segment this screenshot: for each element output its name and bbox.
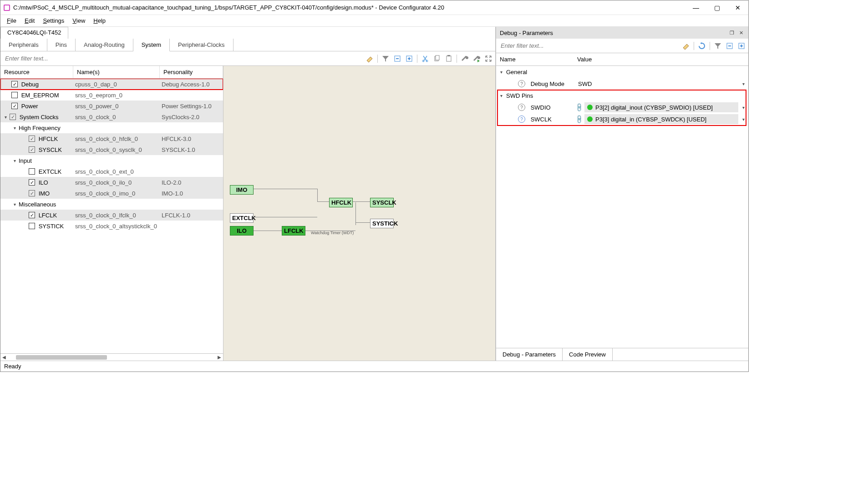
block-sysclk[interactable]: SYSCLK [370,198,394,207]
menu-settings[interactable]: Settings [39,16,68,25]
block-ilo[interactable]: ILO [230,226,254,236]
checkbox-icon[interactable] [29,212,35,218]
right-filter-input[interactable] [498,40,679,51]
minimize-button[interactable]: ― [685,0,706,15]
tree-row-miscellaneous[interactable]: ▾Miscellaneous [0,199,223,210]
tree-row-lfclk[interactable]: LFCLK srss_0_clock_0_lfclk_0 LFCLK-1.0 [0,210,223,221]
clock-diagram-canvas[interactable]: IMO HFCLK SYSCLK EXTCLK ILO LFCLK SYSTIC… [223,66,495,361]
svg-rect-11 [447,56,451,61]
tree-row-hfclk[interactable]: HFCLK srss_0_clock_0_hfclk_0 HFCLK-3.0 [0,133,223,144]
block-extclk[interactable]: EXTCLK [230,213,254,223]
menu-file[interactable]: File [3,16,20,25]
tree-row-system-clocks[interactable]: ▾ System Clocks srss_0_clock_0 SysClocks… [0,111,223,122]
swclk-value-field[interactable]: P3[3] digital_in (CYBSP_SWDCK) [USED] [584,114,738,124]
tree-row-systick[interactable]: SYSTICK srss_0_clock_0_altsystickclk_0 [0,221,223,231]
param-tree[interactable]: ▾General ? Debug Mode SWD▾ ▾SWD Pins ? S… [496,66,748,348]
block-lfclk[interactable]: LFCLK [282,226,305,236]
tab-pins[interactable]: Pins [47,39,76,51]
block-systick[interactable]: SYSTICK [370,219,394,228]
checkbox-icon[interactable] [11,81,18,87]
wrench-play-icon[interactable] [472,54,482,64]
close-panel-icon[interactable]: ✕ [737,29,745,36]
param-col-name[interactable]: Name [496,53,574,65]
param-debug-mode[interactable]: ? Debug Mode SWD▾ [496,78,748,90]
svg-rect-1 [5,5,9,10]
right-pane: Debug - Parameters ❐ ✕ Name Value ▾ [496,27,748,361]
menu-edit[interactable]: Edit [21,16,38,25]
expand-all-icon[interactable] [736,41,746,51]
menu-help[interactable]: Help [90,16,109,25]
chevron-down-icon[interactable]: ▾ [11,157,18,164]
tree-row-input[interactable]: ▾Input [0,155,223,166]
param-group-general[interactable]: ▾General [496,66,748,78]
tree-row-extclk[interactable]: EXTCLK srss_0_clock_0_ext_0 [0,166,223,177]
param-col-value[interactable]: Value [574,53,748,65]
btab-code-preview[interactable]: Code Preview [563,348,613,361]
checkbox-icon[interactable] [11,103,18,109]
chevron-down-icon[interactable]: ▾ [11,201,18,207]
wdt-label: Watchdog Timer (WDT) [311,231,354,235]
checkbox-icon[interactable] [29,179,35,186]
chevron-down-icon: ▾ [740,81,746,86]
paste-icon[interactable] [444,54,454,64]
wrench-icon[interactable] [460,54,470,64]
tree-col-personality[interactable]: Personality [160,66,223,78]
tree-row-imo[interactable]: IMO srss_0_clock_0_imo_0 IMO-1.0 [0,188,223,199]
eraser-icon[interactable] [365,54,375,64]
page-tabs: Peripherals Pins Analog-Routing System P… [0,39,495,51]
collapse-all-icon[interactable] [725,41,735,51]
restore-icon[interactable]: ❐ [728,29,736,36]
debug-mode-value[interactable]: SWD [575,79,738,89]
eraser-icon[interactable] [681,41,691,51]
tree-col-resource[interactable]: Resource [0,66,73,78]
tab-peripherals[interactable]: Peripherals [0,39,47,51]
tree-hscrollbar[interactable]: ◀ ▶ [0,353,223,361]
help-icon[interactable]: ? [518,115,525,123]
param-swdio[interactable]: ? SWDIO 🔗 P3[2] digital_inout (CYBSP_SWD… [496,101,748,113]
menu-bar: File Edit Settings View Help [0,15,748,27]
collapse-all-icon[interactable] [392,54,402,64]
tree-row-ilo[interactable]: ILO srss_0_clock_0_ilo_0 ILO-2.0 [0,177,223,188]
tree-row-high-frequency[interactable]: ▾High Frequency [0,122,223,133]
checkbox-icon[interactable] [11,92,18,98]
help-icon[interactable]: ? [518,104,525,111]
tree-row-sysclk[interactable]: SYSCLK srss_0_clock_0_sysclk_0 SYSCLK-1.… [0,144,223,155]
tab-peripheral-clocks[interactable]: Peripheral-Clocks [170,39,233,51]
tree-col-names[interactable]: Name(s) [73,66,160,78]
param-group-swd-pins[interactable]: ▾SWD Pins [496,90,748,101]
link-icon[interactable]: 🔗 [574,102,584,113]
cut-icon[interactable] [420,54,430,64]
filter-icon[interactable] [381,54,391,64]
block-hfclk[interactable]: HFCLK [329,198,353,207]
chevron-down-icon[interactable]: ▾ [2,114,9,120]
checkbox-icon[interactable] [29,168,35,175]
resource-tree[interactable]: Debug cpuss_0_dap_0 Debug Access-1.0 EM_… [0,79,223,353]
chevron-down-icon: ▾ [498,92,504,99]
device-tab[interactable]: CY8C4046LQI-T452 [0,27,68,39]
tree-row-em-eeprom[interactable]: EM_EEPROM srss_0_eeprom_0 [0,90,223,100]
help-icon[interactable]: ? [518,80,525,87]
checkbox-icon[interactable] [29,223,35,229]
chevron-down-icon: ▾ [498,69,504,75]
tree-row-power[interactable]: Power srss_0_power_0 Power Settings-1.0 [0,100,223,111]
menu-view[interactable]: View [69,16,89,25]
filter-icon[interactable] [713,41,723,51]
chevron-down-icon[interactable]: ▾ [11,125,18,131]
refresh-icon[interactable] [697,41,707,51]
expand-all-icon[interactable] [404,54,414,64]
link-icon[interactable]: 🔗 [574,114,584,125]
tab-analog-routing[interactable]: Analog-Routing [76,39,133,51]
copy-icon[interactable] [432,54,442,64]
maximize-button[interactable]: ▢ [706,0,727,15]
close-button[interactable]: ✕ [727,0,748,15]
right-bottom-tabs: Debug - Parameters Code Preview [496,348,748,361]
param-swclk[interactable]: ? SWCLK 🔗 P3[3] digital_in (CYBSP_SWDCK)… [496,113,748,125]
btab-debug-parameters[interactable]: Debug - Parameters [496,348,563,361]
tab-system[interactable]: System [133,39,170,51]
expand-arrows-icon[interactable] [483,54,493,64]
block-imo[interactable]: IMO [230,185,254,195]
swdio-value-field[interactable]: P3[2] digital_inout (CYBSP_SWDIO) [USED] [584,102,738,112]
tree-row-debug[interactable]: Debug cpuss_0_dap_0 Debug Access-1.0 [0,79,223,90]
main-area: CY8C4046LQI-T452 Peripherals Pins Analog… [0,27,748,361]
left-filter-input[interactable] [2,53,363,64]
